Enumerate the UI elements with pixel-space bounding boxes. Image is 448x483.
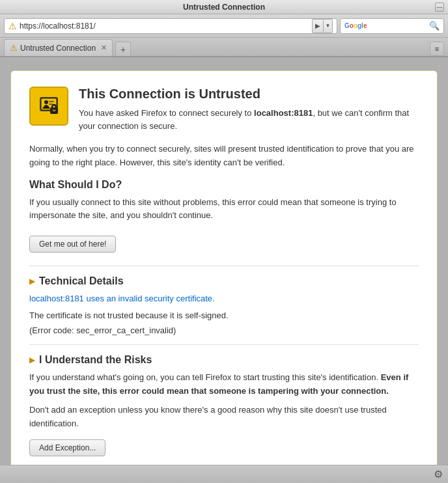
google-logo: Google bbox=[344, 22, 367, 29]
add-exception-button[interactable]: Add Exception... bbox=[29, 439, 105, 456]
tab-menu-icon: ≡ bbox=[435, 45, 439, 53]
error-description: You have asked Firefox to connect secure… bbox=[79, 107, 419, 132]
url-dropdown-button[interactable]: ▼ bbox=[324, 19, 333, 33]
svg-point-2 bbox=[44, 100, 48, 104]
svg-rect-3 bbox=[49, 101, 54, 102]
svg-rect-4 bbox=[49, 104, 53, 105]
risks-title: I Understand the Risks bbox=[39, 354, 152, 366]
technical-details-title: Technical Details bbox=[39, 275, 124, 287]
risks-header[interactable]: ▶ I Understand the Risks bbox=[29, 344, 419, 366]
risks-arrow-icon: ▶ bbox=[29, 355, 35, 365]
desc-host: localhost:8181 bbox=[254, 108, 313, 118]
go-button[interactable]: ▶ bbox=[312, 19, 324, 33]
security-warning-icon: ⚠ bbox=[8, 21, 17, 31]
new-tab-button[interactable]: + bbox=[115, 42, 131, 56]
window-title: Untrusted Connection bbox=[183, 3, 265, 12]
tech-detail-1: localhost:8181 uses an invalid security … bbox=[29, 292, 419, 305]
error-code: (Error code: sec_error_ca_cert_invalid) bbox=[29, 325, 419, 335]
technical-details-body: localhost:8181 uses an invalid security … bbox=[29, 292, 419, 335]
search-icon[interactable]: 🔍 bbox=[429, 21, 440, 31]
url-text: https://localhost:8181/ bbox=[20, 21, 308, 31]
title-bar: Untrusted Connection — bbox=[0, 0, 448, 14]
minimize-icon: — bbox=[437, 4, 443, 10]
active-tab[interactable]: ⚠ Untrusted Connection ✕ bbox=[4, 39, 113, 56]
tab-label: Untrusted Connection bbox=[20, 44, 96, 53]
escape-button[interactable]: Get me out of here! bbox=[29, 236, 116, 253]
error-body-text: Normally, when you try to connect secure… bbox=[29, 143, 419, 170]
technical-arrow-icon: ▶ bbox=[29, 277, 35, 286]
minimize-button[interactable]: — bbox=[435, 3, 444, 12]
tab-warning-icon: ⚠ bbox=[10, 43, 18, 53]
error-header: This Connection is Untrusted You have as… bbox=[29, 87, 419, 132]
bottom-bar: ⚙ bbox=[0, 465, 448, 483]
desc-part1: You have asked Firefox to connect secure… bbox=[79, 108, 254, 118]
settings-icon[interactable]: ⚙ bbox=[434, 468, 443, 480]
search-bar[interactable]: Google 🔍 bbox=[340, 18, 444, 34]
risk-text-1: If you understand what's going on, you c… bbox=[29, 371, 419, 398]
tab-close-button[interactable]: ✕ bbox=[101, 44, 107, 52]
url-navigate-buttons: ▶ ▼ bbox=[312, 19, 333, 33]
new-tab-icon: + bbox=[120, 44, 126, 55]
what-should-text: If you usually connect to this site with… bbox=[29, 196, 419, 223]
risk-text-2: Don't add an exception unless you know t… bbox=[29, 404, 419, 431]
go-icon: ▶ bbox=[315, 22, 320, 29]
dropdown-icon: ▼ bbox=[326, 23, 331, 29]
tab-bar: ⚠ Untrusted Connection ✕ + ≡ bbox=[0, 38, 448, 57]
what-should-title: What Should I Do? bbox=[29, 179, 419, 191]
technical-details-header[interactable]: ▶ Technical Details bbox=[29, 266, 419, 287]
error-icon bbox=[29, 87, 68, 126]
error-card: This Connection is Untrusted You have as… bbox=[10, 70, 438, 465]
error-title-block: This Connection is Untrusted You have as… bbox=[79, 87, 419, 132]
svg-point-7 bbox=[53, 109, 55, 111]
risks-body: If you understand what's going on, you c… bbox=[29, 371, 419, 460]
address-bar: ⚠ https://localhost:8181/ ▶ ▼ Google 🔍 bbox=[0, 14, 448, 38]
url-bar[interactable]: ⚠ https://localhost:8181/ ▶ ▼ bbox=[4, 18, 337, 34]
error-title: This Connection is Untrusted bbox=[79, 87, 419, 102]
content-area: This Connection is Untrusted You have as… bbox=[0, 57, 448, 465]
tab-menu-button[interactable]: ≡ bbox=[430, 42, 444, 56]
tech-detail-2: The certificate is not trusted because i… bbox=[29, 309, 419, 322]
untrusted-icon-svg bbox=[35, 92, 63, 120]
risk-text-1-part1: If you understand what's going on, you c… bbox=[29, 372, 381, 382]
